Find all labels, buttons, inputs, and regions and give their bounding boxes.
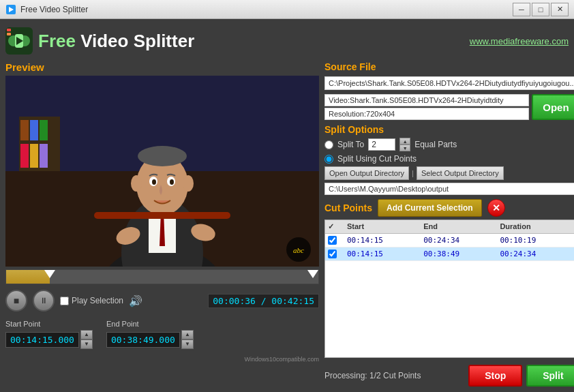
split-number-down[interactable]: ▼ [399, 145, 410, 151]
window-title: Free Video Splitter [20, 5, 513, 14]
svg-point-28 [152, 179, 156, 185]
add-current-selection-button[interactable]: Add Current Selection [378, 199, 482, 217]
app-title: Free Video Splitter [38, 31, 194, 52]
preview-label: Preview [5, 61, 319, 73]
cut-table-header: ✓ Start End Duration [325, 220, 574, 234]
watermark: Windows10compatible.com [5, 355, 319, 363]
header-end: End [423, 222, 500, 231]
app-title-splitter: Splitter [128, 31, 194, 51]
svg-rect-34 [94, 212, 230, 219]
svg-rect-13 [20, 120, 29, 140]
split-cut-label: Split Using Cut Points [337, 154, 417, 164]
header-start: Start [347, 222, 423, 231]
end-point-group: End Point 00:38:49.000 ▲ ▼ [106, 320, 194, 349]
svg-point-30 [131, 175, 142, 192]
split-button[interactable]: Split [526, 365, 574, 387]
row2-end: 00:38:49 [423, 250, 500, 258]
svg-point-29 [170, 179, 174, 185]
play-selection-label: Play Selection [72, 296, 123, 305]
play-selection-checkbox[interactable] [60, 297, 69, 305]
content-area: Preview [5, 61, 569, 387]
row2-start: 00:14:15 [347, 250, 423, 258]
cut-table-row: 00:14:15 00:38:49 00:24:34 [325, 247, 574, 261]
open-button[interactable]: Open [532, 94, 574, 120]
logo-icon [5, 27, 33, 55]
main-window: Free Video Splitter www.mediafreeware.co… [0, 19, 574, 392]
row1-start: 00:14:15 [347, 236, 423, 245]
stop-button[interactable]: Stop [468, 365, 522, 387]
row2-checkbox-cell [328, 250, 347, 258]
cut-points-header: Cut Points Add Current Selection ✕ [324, 199, 574, 217]
source-file-row: Video:Shark.Tank.S05E08.HDTVx264-2HDiuty… [324, 94, 574, 120]
svg-rect-7 [7, 29, 11, 31]
source-file-title: Source File [324, 61, 574, 72]
start-point-up[interactable]: ▲ [80, 330, 93, 340]
cut-points-title: Cut Points [324, 202, 372, 213]
end-point-up[interactable]: ▲ [181, 330, 194, 340]
split-number-up[interactable]: ▲ [399, 138, 410, 145]
start-point-value: 00:14:15.000 [5, 332, 79, 348]
video-preview: abc [5, 76, 319, 267]
maximize-button[interactable]: □ [532, 3, 549, 16]
seekbar-left-marker [44, 270, 55, 278]
split-cut-radio[interactable] [324, 155, 333, 164]
minimize-button[interactable]: ─ [513, 3, 530, 16]
row1-checkbox-cell [328, 236, 347, 245]
end-point-label: End Point [106, 320, 194, 328]
svg-point-25 [138, 146, 187, 166]
start-point-group: Start Point 00:14:15.000 ▲ ▼ [5, 320, 93, 349]
cut-table-row: 00:14:15 00:24:34 00:10:19 [325, 234, 574, 247]
split-to-radio[interactable] [324, 140, 333, 149]
processing-text: Processing: 1/2 Cut Points [324, 371, 421, 380]
volume-icon[interactable]: 🔊 [129, 295, 142, 307]
split-cut-row: Split Using Cut Points [324, 154, 574, 164]
bottom-bar: Processing: 1/2 Cut Points Stop Split [324, 362, 574, 387]
time-display: 00:00:36 / 00:42:15 [208, 294, 319, 308]
window-controls: ─ □ ✕ [513, 3, 569, 16]
start-point-input-row: 00:14:15.000 ▲ ▼ [5, 330, 93, 349]
end-point-down[interactable]: ▼ [181, 340, 194, 349]
open-output-dir-button[interactable]: Open Output Directory [324, 166, 409, 180]
start-point-label: Start Point [5, 320, 93, 328]
seekbar[interactable] [5, 269, 319, 284]
split-number-spin: ▲ ▼ [399, 138, 410, 151]
left-panel: Preview [5, 61, 319, 387]
svg-rect-8 [7, 33, 11, 35]
split-to-row: Split To ▲ ▼ Equal Parts [324, 138, 574, 151]
row2-duration: 00:24:34 [500, 250, 574, 258]
select-output-dir-button[interactable]: Select Output Directory [417, 166, 504, 180]
row2-checkbox[interactable] [328, 250, 337, 258]
svg-rect-15 [40, 120, 48, 140]
svg-rect-16 [20, 144, 29, 168]
row1-end: 00:24:34 [423, 236, 500, 245]
svg-rect-17 [30, 144, 38, 168]
stop-control-button[interactable]: ■ [5, 290, 27, 312]
video-bg: abc [5, 76, 319, 267]
header-check: ✓ [328, 222, 347, 231]
split-number-input[interactable] [368, 138, 395, 151]
video-frame: abc [5, 76, 319, 267]
output-dir-row: Open Output Directory | Select Output Di… [324, 166, 574, 180]
output-path: C:\Users\M.Qayyum\Desktop\output [324, 183, 574, 195]
resolution-field: Resolution:720x404 [324, 108, 529, 120]
source-info-col: Video:Shark.Tank.S05E08.HDTVx264-2HDiuty… [324, 94, 529, 120]
app-header: Free Video Splitter www.mediafreeware.co… [5, 25, 569, 57]
start-point-down[interactable]: ▼ [80, 340, 93, 349]
split-options-title: Split Options [324, 124, 574, 135]
website-link[interactable]: www.mediafreeware.com [470, 36, 569, 46]
split-options-section: Split Options Split To ▲ ▼ Equal Parts S… [324, 124, 574, 195]
close-button[interactable]: ✕ [551, 3, 569, 16]
action-buttons: Stop Split [468, 365, 574, 387]
row1-duration: 00:10:19 [500, 236, 574, 245]
header-duration: Duration [500, 222, 574, 231]
end-point-value: 00:38:49.000 [106, 332, 180, 348]
svg-point-31 [183, 175, 194, 192]
end-point-input-row: 00:38:49.000 ▲ ▼ [106, 330, 194, 349]
end-point-spinners: ▲ ▼ [181, 330, 194, 349]
row1-checkbox[interactable] [328, 236, 337, 245]
play-selection-checkbox-label[interactable]: Play Selection [60, 296, 123, 305]
delete-cut-point-button[interactable]: ✕ [487, 199, 505, 217]
app-title-video: Video [76, 31, 129, 51]
right-panel: Source File C:\Projects\Shark.Tank.S05E0… [324, 61, 574, 387]
pause-button[interactable]: ⏸ [33, 290, 55, 312]
